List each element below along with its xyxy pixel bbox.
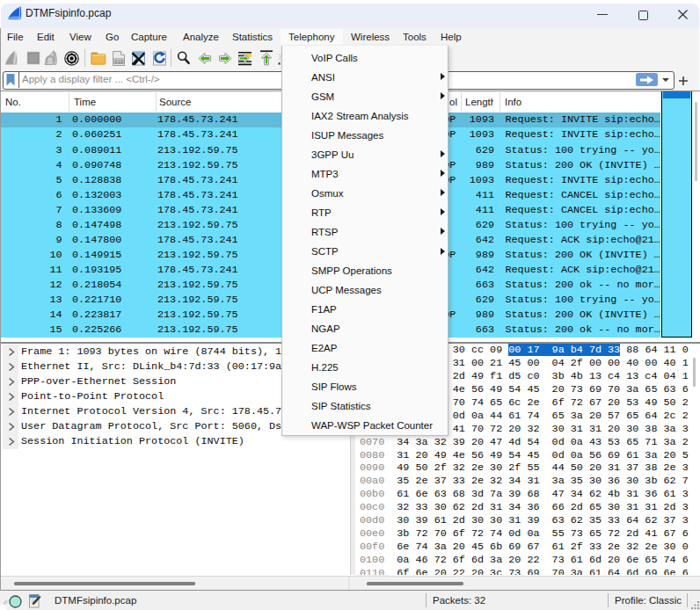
svg-text:010: 010 bbox=[115, 59, 123, 64]
